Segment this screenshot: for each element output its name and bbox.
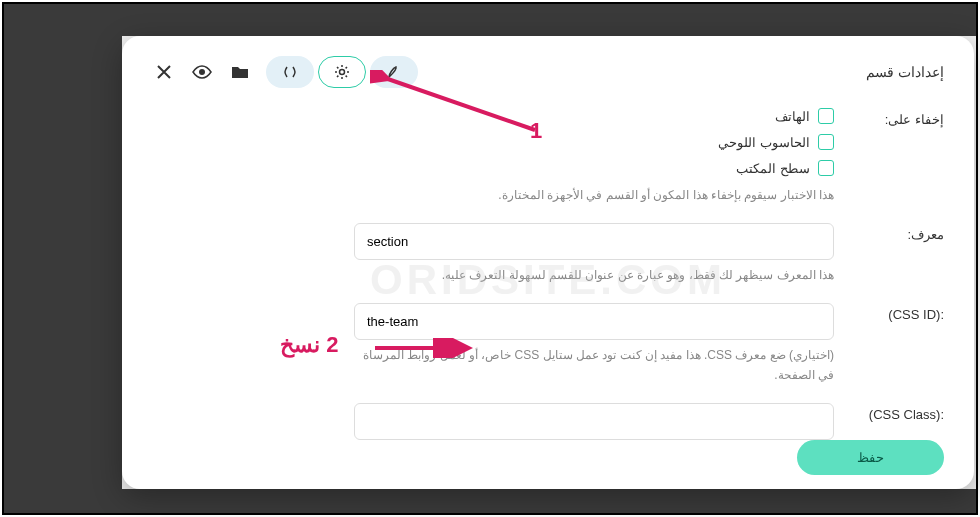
checkbox-tablet[interactable] bbox=[818, 134, 834, 150]
tab-style[interactable] bbox=[370, 56, 418, 88]
identifier-helper: هذا المعرف سيظهر لك فقط، وهو عبارة عن عن… bbox=[354, 266, 834, 285]
css-id-helper: (اختياري) ضع معرف CSS. هذا مفيد إن كنت ت… bbox=[354, 346, 834, 384]
option-desktop: سطح المكتب bbox=[736, 161, 810, 176]
css-id-input[interactable] bbox=[354, 303, 834, 340]
identifier-label: معرف: bbox=[844, 223, 944, 242]
option-phone: الهاتف bbox=[775, 109, 810, 124]
svg-point-0 bbox=[199, 69, 205, 75]
modal-header: إعدادات قسم bbox=[152, 56, 944, 88]
annotation-label-2: 2 نسخ bbox=[280, 332, 338, 358]
identifier-input[interactable] bbox=[354, 223, 834, 260]
settings-modal: إعدادات قسم إخفاء على: الهاتف الحاسوب ال… bbox=[122, 36, 974, 489]
css-class-label: :(CSS Class) bbox=[844, 403, 944, 422]
annotation-label-1: 1 bbox=[530, 118, 542, 144]
checkbox-phone[interactable] bbox=[818, 108, 834, 124]
save-button[interactable]: حفظ bbox=[797, 440, 944, 475]
hide-on-label: إخفاء على: bbox=[844, 108, 944, 127]
tab-group bbox=[266, 56, 418, 88]
tab-code[interactable] bbox=[266, 56, 314, 88]
svg-point-1 bbox=[340, 70, 345, 75]
close-icon[interactable] bbox=[152, 60, 176, 84]
option-tablet: الحاسوب اللوحي bbox=[718, 135, 810, 150]
tab-settings[interactable] bbox=[318, 56, 366, 88]
modal-title: إعدادات قسم bbox=[866, 64, 944, 80]
css-id-label: :(CSS ID) bbox=[844, 303, 944, 322]
hide-on-helper: هذا الاختبار سيقوم بإخفاء هذا المكون أو … bbox=[354, 186, 834, 205]
eye-icon[interactable] bbox=[190, 60, 214, 84]
folder-icon[interactable] bbox=[228, 60, 252, 84]
checkbox-desktop[interactable] bbox=[818, 160, 834, 176]
css-class-input[interactable] bbox=[354, 403, 834, 440]
